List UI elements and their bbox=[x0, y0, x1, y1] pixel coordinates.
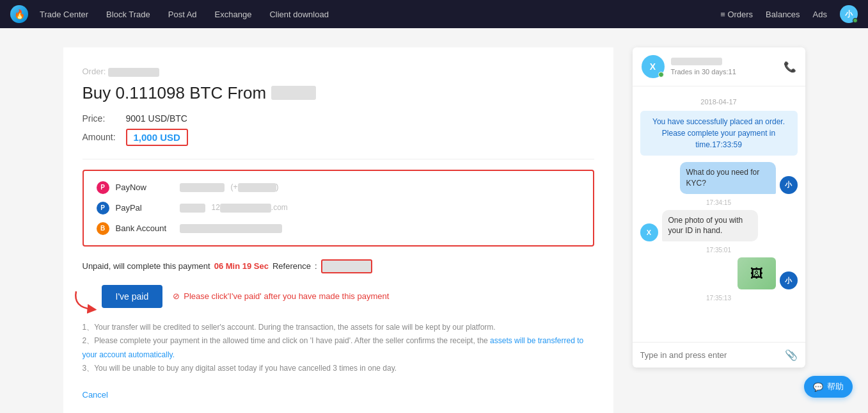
chat-avatar-xiao-1: 小 bbox=[780, 176, 798, 194]
chat-time-1: 17:34:15 bbox=[640, 199, 798, 206]
notes: 1、Your transfer will be credited to sell… bbox=[83, 321, 594, 376]
note-2: 2、Please complete your payment in the al… bbox=[83, 334, 594, 362]
help-button[interactable]: 💬 帮助 bbox=[804, 376, 853, 398]
orders-icon: ≡ bbox=[720, 10, 725, 19]
chat-input[interactable] bbox=[640, 350, 780, 360]
attach-icon[interactable]: 📎 bbox=[785, 349, 798, 361]
chat-system-message: You have successfully placed an order. P… bbox=[640, 111, 798, 156]
chat-msg-2: X One photo of you with your ID in hand. bbox=[640, 210, 798, 242]
nav-client-download[interactable]: Client download bbox=[269, 10, 329, 19]
unpaid-line: Unpaid, will complete this payment 06 Mi… bbox=[83, 259, 594, 273]
navbar: 🔥 Trade Center Block Trade Post Ad Excha… bbox=[0, 0, 868, 28]
paid-warning: ⊘ Please click'I've paid' after you have… bbox=[173, 291, 389, 301]
payment-methods-box: P PayNow (+) P PayPal 12.com B Bank Acco… bbox=[83, 170, 594, 247]
payment-bank: B Bank Account bbox=[97, 222, 580, 235]
bank-value bbox=[180, 224, 282, 233]
reference-colon: : bbox=[315, 261, 317, 271]
chat-trades: Trades in 30 days:11 bbox=[671, 68, 777, 76]
chat-panel: X Trades in 30 days:11 📞 2018-04-17 You … bbox=[633, 47, 805, 368]
chat-msg-3: 小 🖼 bbox=[640, 257, 798, 289]
paypal-label: PayPal bbox=[116, 203, 173, 213]
nav-block-trade[interactable]: Block Trade bbox=[106, 10, 150, 19]
paynow-value2: (+) bbox=[231, 182, 279, 192]
payment-paypal: P PayPal 12.com bbox=[97, 202, 580, 215]
price-row: Price: 9001 USD/BTC bbox=[83, 113, 594, 124]
main-container: Order: Buy 0.111098 BTC From Price: 9001… bbox=[51, 28, 818, 413]
seller-name-badge bbox=[271, 86, 316, 100]
amount-row: Amount: 1,000 USD bbox=[83, 129, 594, 146]
nav-avatar[interactable]: 小 bbox=[840, 5, 858, 23]
chat-time-2: 17:35:01 bbox=[640, 247, 798, 254]
payment-paynow: P PayNow (+) bbox=[97, 181, 580, 194]
paynow-label: PayNow bbox=[116, 182, 173, 192]
note-3: 3、You will be unable to buy any digital … bbox=[83, 362, 594, 376]
nav-balances[interactable]: Balances bbox=[766, 10, 800, 19]
nav-right: ≡ Orders Balances Ads 小 bbox=[720, 5, 858, 23]
chat-image-message[interactable]: 🖼 bbox=[738, 257, 776, 289]
chat-phone-icon[interactable]: 📞 bbox=[784, 61, 796, 73]
chat-bubble-1: What do you need for KYC? bbox=[680, 162, 776, 194]
nav-orders[interactable]: ≡ Orders bbox=[720, 10, 753, 19]
ive-paid-button[interactable]: I've paid bbox=[102, 285, 163, 308]
note-1: 1、Your transfer will be credited to sell… bbox=[83, 321, 594, 335]
chat-header-info: Trades in 30 days:11 bbox=[671, 58, 777, 76]
paynow-icon: P bbox=[97, 181, 109, 194]
chat-seller-name bbox=[671, 58, 722, 65]
buttons-row: I've paid ⊘ Please click'I've paid' afte… bbox=[83, 285, 594, 308]
cancel-link[interactable]: Cancel bbox=[83, 390, 108, 400]
paypal-icon: P bbox=[97, 202, 109, 215]
online-dot bbox=[853, 18, 858, 23]
order-id-value bbox=[108, 68, 159, 77]
left-panel: Order: Buy 0.111098 BTC From Price: 9001… bbox=[63, 47, 613, 413]
reference-value bbox=[321, 259, 372, 273]
bank-label: Bank Account bbox=[116, 223, 173, 233]
nav-links: Trade Center Block Trade Post Ad Exchang… bbox=[40, 10, 329, 19]
chat-avatar-x-2: X bbox=[640, 223, 658, 241]
nav-logo: 🔥 bbox=[10, 5, 28, 23]
bank-icon: B bbox=[97, 222, 109, 235]
order-details: Price: 9001 USD/BTC Amount: 1,000 USD bbox=[83, 113, 594, 146]
chat-bubble-2: One photo of you with your ID in hand. bbox=[662, 210, 758, 242]
order-id-row: Order: bbox=[83, 67, 594, 77]
amount-value: 1,000 USD bbox=[126, 129, 188, 146]
chat-image-inner: 🖼 bbox=[738, 257, 776, 289]
nav-post-ad[interactable]: Post Ad bbox=[168, 10, 197, 19]
paypal-value1 bbox=[180, 204, 205, 213]
arrow-icon bbox=[70, 285, 108, 317]
order-title: Buy 0.111098 BTC From bbox=[83, 83, 594, 103]
chat-date: 2018-04-17 bbox=[640, 98, 798, 106]
note-link[interactable]: assets will be transferred to your accou… bbox=[83, 336, 584, 359]
divider bbox=[83, 159, 594, 159]
chat-body: 2018-04-17 You have successfully placed … bbox=[633, 86, 805, 342]
chat-online-dot bbox=[658, 72, 664, 77]
warning-icon: ⊘ bbox=[173, 291, 180, 301]
help-chat-icon: 💬 bbox=[813, 382, 823, 392]
chat-footer: 📎 bbox=[633, 342, 805, 368]
chat-header: X Trades in 30 days:11 📞 bbox=[633, 47, 805, 86]
nav-trade-center[interactable]: Trade Center bbox=[40, 10, 88, 19]
chat-time-3: 17:35:13 bbox=[640, 295, 798, 302]
chat-msg-1: 小 What do you need for KYC? bbox=[640, 162, 798, 194]
chat-avatar-xiao-3: 小 bbox=[780, 271, 798, 289]
nav-ads[interactable]: Ads bbox=[813, 10, 827, 19]
chat-seller-avatar: X bbox=[642, 55, 665, 78]
paypal-domain: 12.com bbox=[212, 203, 288, 213]
nav-exchange[interactable]: Exchange bbox=[215, 10, 252, 19]
paynow-value1 bbox=[180, 183, 225, 192]
unpaid-time: 06 Min 19 Sec bbox=[214, 261, 269, 271]
